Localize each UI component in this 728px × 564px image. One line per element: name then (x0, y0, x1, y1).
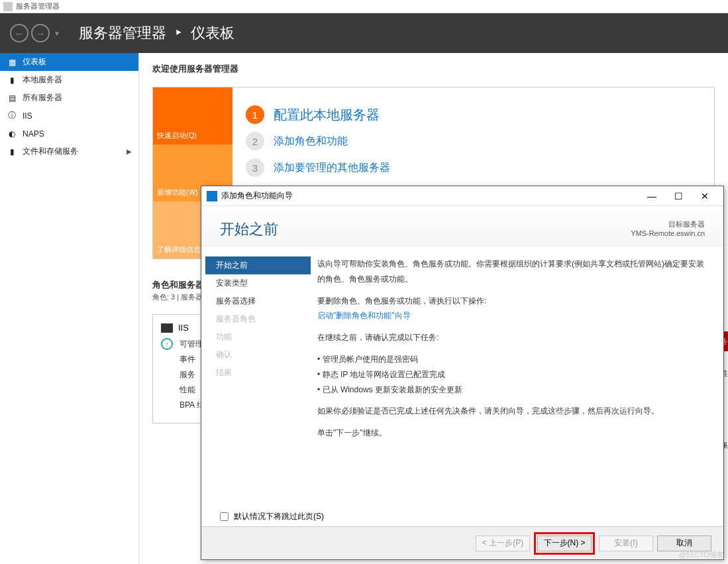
step-num-3: 3 (246, 158, 264, 177)
wizard-step-before[interactable]: 开始之前 (205, 256, 311, 274)
welcome-heading: 欢迎使用服务器管理器 (152, 63, 715, 75)
app-icon (3, 2, 13, 11)
app-titlebar: 服务器管理器 (0, 0, 728, 13)
next-button-highlight: 下一步(N) > (534, 532, 595, 555)
skip-row: 默认情况下将跳过此页(S) (201, 507, 723, 526)
step-1[interactable]: 1 配置此本地服务器 (246, 105, 701, 124)
nav-forward-icon[interactable]: → (31, 24, 50, 42)
wizard-step-confirm: 确认 (201, 346, 311, 364)
naps-icon: ◐ (7, 129, 17, 139)
cancel-button[interactable]: 取消 (657, 536, 711, 551)
sidebar-item-iis[interactable]: ⓘ IIS (0, 107, 138, 125)
step-num-2: 2 (246, 132, 264, 150)
wizard-steps: 开始之前 安装类型 服务器选择 服务器角色 功能 确认 结果 (201, 247, 311, 507)
sidebar-item-dashboard[interactable]: ▦ 仪表板 (0, 53, 138, 71)
nav-back-icon[interactable]: ← (10, 24, 28, 42)
watermark: @51CTO博客 (679, 550, 724, 560)
wizard-step-server-select[interactable]: 服务器选择 (201, 292, 311, 310)
storage-icon: ▮ (7, 146, 17, 157)
wizard-step-server-roles: 服务器角色 (201, 310, 311, 328)
group-icon (161, 323, 173, 333)
wizard-step-install-type[interactable]: 安装类型 (201, 274, 311, 292)
up-arrow-icon: ↑ (161, 338, 173, 350)
sidebar-item-naps[interactable]: ◐ NAPS (0, 125, 138, 142)
step-3[interactable]: 3 添加要管理的其他服务器 (246, 158, 701, 177)
server-icon: ▮ (7, 75, 17, 85)
quickstart-block[interactable]: 快速启动(Q) (153, 87, 233, 144)
dialog-header: 开始之前 目标服务器 YMS-Remote.eswin.cn (201, 206, 723, 247)
confirm-tasks-text: 在继续之前，请确认完成以下任务: (317, 330, 705, 345)
dialog-footer: < 上一步(P) 下一步(N) > 安装(I) 取消 (201, 526, 723, 559)
skip-label: 默认情况下将跳过此页(S) (234, 511, 324, 522)
maximize-button[interactable]: ☐ (665, 191, 692, 201)
dashboard-icon: ▦ (7, 57, 17, 68)
titlebar-text: 服务器管理器 (16, 1, 60, 11)
add-roles-wizard-dialog: 添加角色和功能向导 — ☐ ✕ 开始之前 目标服务器 YMS-Remote.es… (201, 186, 724, 560)
minimize-button[interactable]: — (639, 191, 665, 201)
step-num-1: 1 (246, 105, 264, 124)
skip-checkbox[interactable] (220, 512, 229, 521)
dialog-body: 开始之前 安装类型 服务器选择 服务器角色 功能 确认 结果 该向导可帮助你安装… (201, 247, 723, 507)
step-2[interactable]: 2 添加角色和功能 (246, 132, 701, 150)
dialog-titlebar: 添加角色和功能向导 — ☐ ✕ (201, 186, 723, 206)
sidebar-item-all-servers[interactable]: ▤ 所有服务器 (0, 89, 138, 107)
dialog-content: 该向导可帮助你安装角色、角色服务或功能。你需要根据组织的计算要求(例如共享文档或… (311, 247, 723, 507)
continue-text: 单击"下一步"继续。 (317, 425, 705, 441)
nav-dropdown-icon[interactable]: ▼ (54, 30, 60, 37)
wizard-step-results: 结果 (201, 364, 311, 382)
servers-icon: ▤ (7, 93, 17, 103)
target-server: 目标服务器 YMS-Remote.eswin.cn (631, 219, 705, 237)
header-bar: ← → ▼ 服务器管理器 ‣ 仪表板 (0, 13, 728, 53)
verify-text: 如果你必须验证是否已完成上述任何先决条件，请关闭向导，完成这些步骤，然后再次运行… (317, 404, 705, 419)
next-button[interactable]: 下一步(N) > (537, 536, 592, 551)
remove-text: 要删除角色、角色服务或功能，请执行以下操作: 启动"删除角色和功能"向导 (317, 294, 705, 324)
prev-button: < 上一步(P) (476, 536, 530, 551)
intro-text: 该向导可帮助你安装角色、角色服务或功能。你需要根据组织的计算要求(例如共享文档或… (317, 256, 705, 287)
sidebar-item-local-server[interactable]: ▮ 本地服务器 (0, 71, 138, 89)
iis-icon: ⓘ (7, 111, 17, 121)
task-bullets: 管理员帐户使用的是强密码 静态 IP 地址等网络设置已配置完成 已从 Windo… (317, 352, 705, 397)
close-button[interactable]: ✕ (692, 191, 718, 201)
sidebar-item-storage[interactable]: ▮ 文件和存储服务 ▶ (0, 142, 138, 160)
wizard-step-features: 功能 (201, 328, 311, 346)
dialog-title: 添加角色和功能向导 (221, 190, 293, 201)
breadcrumb: 服务器管理器 ‣ 仪表板 (79, 23, 234, 43)
wizard-icon (207, 191, 217, 201)
sidebar: ▦ 仪表板 ▮ 本地服务器 ▤ 所有服务器 ⓘ IIS ◐ NAPS ▮ 文件和… (0, 53, 139, 564)
dialog-heading: 开始之前 (220, 219, 278, 239)
chevron-right-icon: ▶ (127, 148, 132, 155)
install-button: 安装(I) (599, 536, 653, 551)
remove-roles-link[interactable]: 启动"删除角色和功能"向导 (317, 311, 411, 320)
